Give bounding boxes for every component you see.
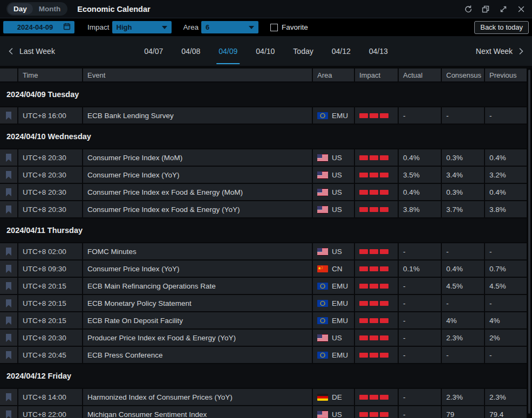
bookmark-icon[interactable] <box>0 149 17 166</box>
last-week-button[interactable]: Last Week <box>8 47 55 56</box>
event-row[interactable]: UTC+8 22:00 Michigan Consumer Sentiment … <box>0 406 527 418</box>
scrollbar-track[interactable] <box>527 68 532 418</box>
event-actual: - <box>399 278 441 294</box>
event-row[interactable]: UTC+8 16:00 ECB Bank Lending Survey EMU … <box>0 107 527 124</box>
week-day-label: 04/13 <box>369 47 388 56</box>
event-row[interactable]: UTC+8 20:30 Consumer Price Index ex Food… <box>0 201 527 217</box>
event-time: UTC+8 20:45 <box>18 347 82 363</box>
event-actual: - <box>399 347 441 363</box>
event-previous: - <box>485 107 527 124</box>
bookmark-icon[interactable] <box>0 107 17 124</box>
week-day[interactable]: 04/12 <box>332 36 351 66</box>
event-time: UTC+8 20:15 <box>18 278 82 294</box>
impact-bars <box>359 266 388 271</box>
event-time: UTC+8 16:00 <box>18 107 82 124</box>
favorite-checkbox[interactable] <box>270 24 278 31</box>
event-consensus: 2.3% <box>442 389 484 405</box>
column-header-impact: Impact <box>355 68 398 81</box>
table-header: TimeEventAreaImpactActualConsensusPrevio… <box>0 68 527 81</box>
event-row[interactable]: UTC+8 20:30 Consumer Price Index (YoY) U… <box>0 167 527 183</box>
event-row[interactable]: UTC+8 09:30 Consumer Price Index (YoY) C… <box>0 261 527 277</box>
impact-bars <box>359 113 388 118</box>
impact-select[interactable]: High <box>112 21 172 33</box>
event-name: Consumer Price Index (MoM) <box>83 149 312 166</box>
tab-month[interactable]: Month <box>33 3 66 15</box>
area-select[interactable]: 6 <box>201 21 258 33</box>
event-area: EMU <box>313 278 354 294</box>
bookmark-icon[interactable] <box>0 278 17 294</box>
bookmark-icon[interactable] <box>0 184 17 200</box>
event-row[interactable]: UTC+8 20:30 Consumer Price Index (MoM) U… <box>0 149 527 166</box>
back-to-today-button[interactable]: Back to today <box>474 21 529 34</box>
impact-bars <box>359 301 388 306</box>
event-impact <box>355 389 398 405</box>
week-day[interactable]: 04/13 <box>369 36 388 66</box>
event-impact <box>355 312 398 328</box>
bookmark-icon[interactable] <box>0 295 17 311</box>
event-area: CN <box>313 261 354 277</box>
impact-bars <box>359 284 388 289</box>
bookmark-icon[interactable] <box>0 167 17 183</box>
event-time: UTC+8 20:30 <box>18 167 82 183</box>
event-actual: - <box>399 389 441 405</box>
country-flag-icon <box>317 352 328 359</box>
bookmark-icon[interactable] <box>0 243 17 259</box>
date-section-title: 2024/04/10 Wednesday <box>6 132 91 141</box>
event-row[interactable]: UTC+8 20:30 Consumer Price Index ex Food… <box>0 184 527 200</box>
event-row[interactable]: UTC+8 20:45 ECB Press Conference EMU - -… <box>0 347 527 363</box>
event-previous: - <box>485 347 527 363</box>
titlebar: Day Month Economic Calendar <box>0 0 532 18</box>
event-consensus: - <box>442 347 484 363</box>
week-day[interactable]: 04/09 <box>219 36 237 66</box>
event-previous: - <box>485 295 527 311</box>
event-previous: 2.3% <box>485 389 527 405</box>
event-consensus: 79 <box>442 406 484 418</box>
next-week-button[interactable]: Next Week <box>476 47 524 56</box>
event-area: US <box>313 184 354 200</box>
event-row[interactable]: UTC+8 02:00 FOMC Minutes US - - - <box>0 243 527 259</box>
event-time: UTC+8 20:30 <box>18 201 82 217</box>
favorite-filter[interactable]: Favorite <box>270 23 308 31</box>
bookmark-icon[interactable] <box>0 261 17 277</box>
expand-icon[interactable] <box>499 5 508 13</box>
duplicate-icon[interactable] <box>481 5 490 13</box>
refresh-icon[interactable] <box>463 5 472 13</box>
country-flag-icon <box>317 334 328 341</box>
tab-day[interactable]: Day <box>8 3 33 15</box>
area-code: EMU <box>332 299 348 307</box>
bookmark-icon[interactable] <box>0 406 17 418</box>
week-day[interactable]: 04/08 <box>181 36 200 66</box>
event-actual: 3.8% <box>399 201 441 217</box>
event-actual: 0.1% <box>399 261 441 277</box>
view-mode-switch: Day Month <box>6 2 67 16</box>
scrollbar-thumb[interactable] <box>528 70 530 414</box>
event-time: UTC+8 14:00 <box>18 389 82 405</box>
bookmark-icon[interactable] <box>0 389 17 405</box>
week-day-list: 04/07 04/08 04/09 04/10 Today 04/12 04/1… <box>144 36 388 66</box>
bookmark-icon[interactable] <box>0 347 17 363</box>
area-value: 6 <box>206 23 209 31</box>
event-name: Consumer Price Index (YoY) <box>83 167 312 183</box>
economic-calendar-window: Day Month Economic Calendar <box>0 0 532 418</box>
week-day[interactable]: 04/10 <box>256 36 275 66</box>
close-icon[interactable] <box>517 5 526 13</box>
event-row[interactable]: UTC+8 20:15 ECB Main Refinancing Operati… <box>0 278 527 294</box>
date-picker[interactable]: 2024-04-09 <box>3 21 74 33</box>
event-row[interactable]: UTC+8 14:00 Harmonized Index of Consumer… <box>0 389 527 405</box>
event-row[interactable]: UTC+8 20:30 Producer Price Index ex Food… <box>0 330 527 346</box>
event-actual: - <box>399 295 441 311</box>
column-header-actual: Actual <box>399 68 441 81</box>
event-row[interactable]: UTC+8 20:15 ECB Rate On Deposit Facility… <box>0 312 527 328</box>
week-day[interactable]: Today <box>293 36 313 66</box>
bookmark-icon[interactable] <box>0 312 17 328</box>
column-header-consensus: Consensus <box>442 68 484 81</box>
area-code: US <box>332 188 342 196</box>
country-flag-icon <box>317 154 328 161</box>
week-day[interactable]: 04/07 <box>144 36 163 66</box>
bookmark-icon[interactable] <box>0 201 17 217</box>
event-area: DE <box>313 389 354 405</box>
event-row[interactable]: UTC+8 20:15 ECB Monetary Policy Statemen… <box>0 295 527 311</box>
bookmark-icon[interactable] <box>0 330 17 346</box>
event-area: EMU <box>313 312 354 328</box>
event-name: FOMC Minutes <box>83 243 312 259</box>
